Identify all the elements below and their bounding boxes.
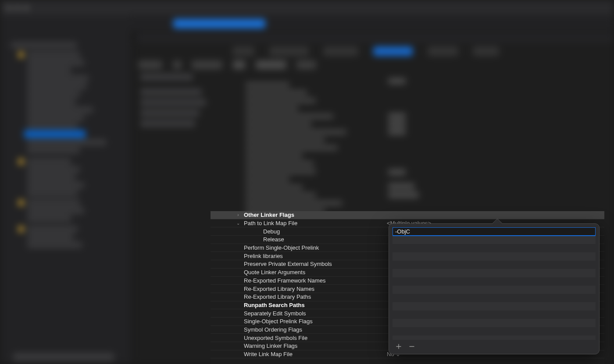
popover-value-list[interactable]	[393, 227, 596, 340]
setting-label: Other Linker Flags	[244, 212, 294, 218]
popover-row[interactable]	[393, 294, 596, 302]
setting-label: Re-Exported Framework Names	[244, 277, 325, 284]
popover-row[interactable]	[393, 244, 596, 252]
popover-row[interactable]	[393, 261, 596, 269]
setting-label: Separately Edit Symbols	[244, 310, 306, 317]
flag-edit-input[interactable]	[395, 228, 593, 235]
setting-label: Runpath Search Paths	[244, 302, 305, 308]
popover-row[interactable]	[393, 302, 596, 311]
popover-row[interactable]	[393, 319, 596, 327]
popover-row[interactable]	[393, 327, 596, 336]
popover-row[interactable]	[393, 311, 596, 319]
popover-row[interactable]	[393, 269, 596, 277]
setting-label: Preserve Private External Symbols	[244, 261, 332, 267]
popover-row[interactable]	[393, 286, 596, 294]
setting-label: Quote Linker Arguments	[244, 269, 305, 276]
popover-row[interactable]	[393, 252, 596, 261]
setting-label: Re-Exported Library Names	[244, 286, 314, 292]
setting-row[interactable]: ›Other Linker Flags	[211, 211, 604, 219]
popover-footer	[393, 342, 596, 351]
popover-row[interactable]	[393, 236, 596, 244]
popover-row[interactable]	[393, 227, 596, 236]
linker-flags-popover	[389, 223, 600, 354]
setting-label: Debug	[263, 228, 280, 235]
setting-label: Single-Object Prelink Flags	[244, 318, 313, 325]
setting-label: Perform Single-Object Prelink	[244, 244, 319, 251]
chevron-right-icon[interactable]: ›	[235, 212, 241, 217]
chevron-down-icon[interactable]: ⌄	[235, 221, 241, 226]
remove-button[interactable]	[408, 343, 415, 350]
setting-label: Unexported Symbols File	[244, 335, 307, 341]
setting-label: Write Link Map File	[244, 351, 293, 357]
setting-label: Release	[263, 236, 284, 243]
add-button[interactable]	[395, 343, 402, 350]
setting-label: Path to Link Map File	[244, 220, 297, 226]
setting-label: Prelink libraries	[244, 253, 283, 259]
popover-row[interactable]	[393, 336, 596, 340]
setting-label: Warning Linker Flags	[244, 343, 297, 349]
setting-label: Re-Exported Library Paths	[244, 293, 311, 300]
popover-row[interactable]	[393, 277, 596, 286]
setting-label: Symbol Ordering Flags	[244, 326, 302, 333]
